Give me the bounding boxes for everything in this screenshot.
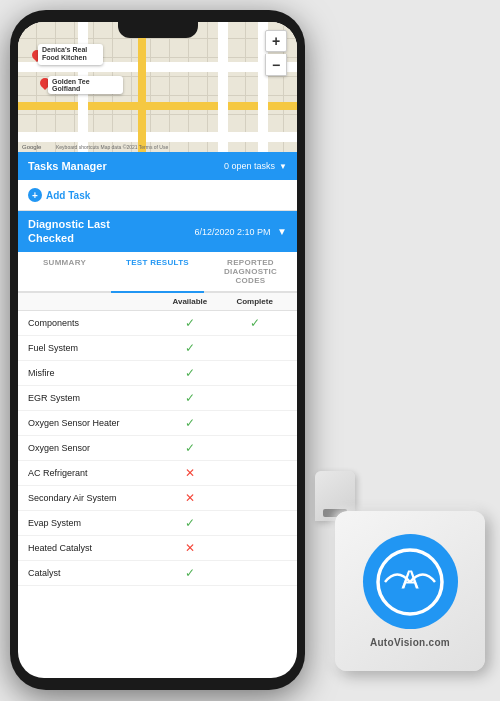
col-available: Available [158,297,223,306]
obd-website-label: AutoVision.com [370,637,450,648]
tasks-title: Tasks Manager [28,160,107,172]
table-row: Misfire ✓ [18,361,297,386]
phone-device: Denica's Real Food Kitchen Golden Tee Go… [10,10,305,690]
phone-screen: Denica's Real Food Kitchen Golden Tee Go… [18,22,297,678]
add-task-button[interactable]: + Add Task [28,188,287,202]
col-complete: Complete [222,297,287,306]
diagnostic-date: 6/12/2020 2:10 PM ▼ [195,226,287,237]
table-row: Secondary Air System ✕ [18,486,297,511]
add-task-row[interactable]: + Add Task [18,180,297,211]
tasks-chevron-icon: ▼ [279,162,287,171]
map-zoom-out-button[interactable]: − [265,54,287,76]
table-row: Evap System ✓ [18,511,297,536]
table-row: Catalyst ✓ [18,561,297,586]
col-name [28,297,158,306]
tab-test-results[interactable]: TEST RESULTS [111,252,204,293]
table-row: Heated Catalyst ✕ [18,536,297,561]
map-section[interactable]: Denica's Real Food Kitchen Golden Tee Go… [18,22,297,152]
tab-row: SUMMARY TEST RESULTS REPORTED DIAGNOSTIC… [18,252,297,293]
tab-summary[interactable]: SUMMARY [18,252,111,291]
diagnostic-bar[interactable]: Diagnostic Last Checked 6/12/2020 2:10 P… [18,211,297,252]
svg-text:A: A [400,564,420,595]
map-label-denica: Denica's Real Food Kitchen [38,44,103,65]
obd-body: A A AutoVision.com [335,511,485,671]
obd-device: A A AutoVision.com [300,471,485,671]
map-road [218,22,228,152]
table-row: Oxygen Sensor Heater ✓ [18,411,297,436]
map-footer: Keyboard shortcuts Map data ©2021 Terms … [56,144,168,150]
table-row: AC Refrigerant ✕ [18,461,297,486]
map-road [18,102,297,110]
diagnostic-chevron-icon: ▼ [277,226,287,237]
map-road [138,22,146,152]
map-label-golf: Golden Tee Golfland [48,76,123,94]
obd-logo-circle: A A [363,534,458,629]
table-header: Available Complete [18,293,297,311]
table-row: EGR System ✓ [18,386,297,411]
tasks-bar[interactable]: Tasks Manager 0 open tasks ▼ [18,152,297,180]
table-row: Components ✓ ✓ [18,311,297,336]
phone-notch [118,22,198,38]
add-task-plus-icon: + [28,188,42,202]
table-row: Oxygen Sensor ✓ [18,436,297,461]
diagnostic-title: Diagnostic Last Checked [28,217,138,246]
map-google-label: Google [22,144,41,150]
table-row: Fuel System ✓ [18,336,297,361]
map-zoom-in-button[interactable]: + [265,30,287,52]
tasks-count: 0 open tasks ▼ [224,161,287,171]
autovision-logo-svg: A A [375,547,445,617]
map-road [18,132,297,142]
add-task-label: Add Task [46,190,90,201]
tab-diagnostic-codes[interactable]: REPORTED DIAGNOSTIC CODES [204,252,297,291]
